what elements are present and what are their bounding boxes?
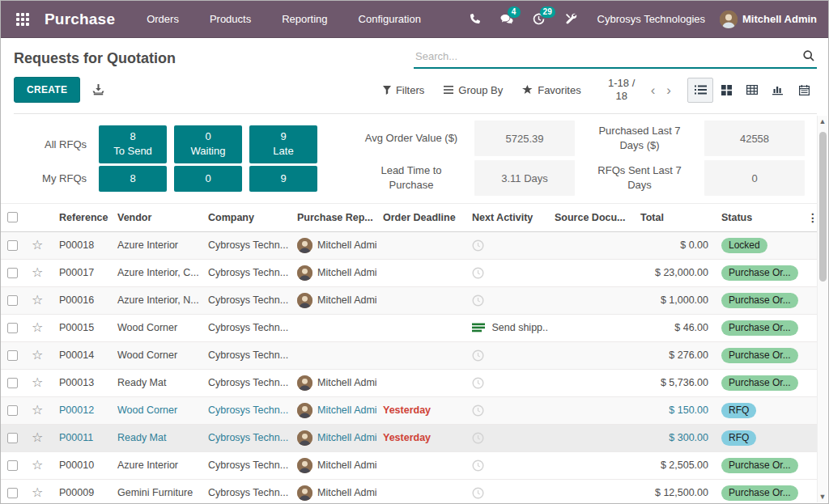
graph-view-button[interactable]	[765, 78, 791, 103]
list-view-button[interactable]	[687, 78, 713, 103]
cell-purchase-rep: Mitchell Admi	[317, 267, 376, 278]
scroll-down-icon[interactable]: ▼	[819, 491, 827, 502]
menu-products[interactable]: Products	[198, 6, 263, 32]
table-row[interactable]: ☆ P00016 Azure Interior, N... Cybrosys T…	[1, 286, 818, 314]
cell-reference[interactable]: P00018	[59, 239, 94, 251]
cell-reference[interactable]: P00014	[59, 349, 94, 361]
kanban-view-button[interactable]	[713, 78, 739, 103]
row-checkbox[interactable]	[7, 240, 18, 251]
activity-clock-icon[interactable]	[472, 487, 484, 499]
calendar-view-button[interactable]	[791, 78, 817, 103]
table-row[interactable]: ☆ P00010 Azure Interior Cybrosys Techn..…	[1, 451, 818, 479]
table-row[interactable]: ☆ P00013 Ready Mat Cybrosys Techn... Mit…	[1, 369, 818, 396]
row-checkbox[interactable]	[7, 378, 18, 388]
my-rfqs-label[interactable]: My RFQs	[30, 166, 91, 192]
cell-reference[interactable]: P00012	[59, 404, 94, 416]
table-row[interactable]: ☆ P00009 Gemini Furniture Cybrosys Techn…	[1, 479, 818, 504]
all-rfqs-label[interactable]: All RFQs	[30, 125, 91, 163]
group-by-button[interactable]: Group By	[436, 79, 511, 101]
table-row[interactable]: ☆ P00015 Wood Corner Cybrosys Techn...	[1, 314, 818, 341]
cell-reference[interactable]: P00016	[59, 294, 94, 306]
filters-button[interactable]: Filters	[375, 79, 432, 101]
col-total[interactable]: Total	[634, 203, 715, 231]
activity-clock-icon[interactable]	[472, 239, 484, 252]
vertical-scrollbar[interactable]: ▲ ▼	[817, 116, 827, 502]
favorite-star-icon[interactable]: ☆	[32, 238, 43, 252]
cell-reference[interactable]: P00015	[59, 322, 94, 333]
cell-reference[interactable]: P00013	[59, 377, 94, 388]
search-icon[interactable]	[802, 49, 815, 62]
all-late-button[interactable]: 9Late	[249, 125, 317, 163]
row-checkbox[interactable]	[7, 323, 18, 333]
voip-phone-button[interactable]	[460, 5, 489, 34]
table-row[interactable]: ☆ P00012 Wood Corner Cybrosys Techn... M…	[1, 396, 818, 424]
messages-button[interactable]: 4	[492, 5, 521, 34]
scrollbar-thumb[interactable]	[819, 132, 827, 282]
cell-reference[interactable]: P00011	[59, 432, 93, 443]
table-row[interactable]: ☆ P00018 Azure Interior Cybrosys Techn..…	[1, 231, 818, 259]
col-purchase-rep[interactable]: Purchase Rep...	[291, 203, 376, 231]
apps-menu-icon[interactable]	[9, 6, 36, 33]
col-source-document[interactable]: Source Docu...	[548, 203, 634, 231]
my-to-send-button[interactable]: 8	[99, 166, 167, 192]
favorite-star-icon[interactable]: ☆	[32, 348, 43, 362]
favorite-star-icon[interactable]: ☆	[32, 375, 43, 389]
favorite-star-icon[interactable]: ☆	[32, 320, 43, 334]
all-to-send-button[interactable]: 8To Send	[99, 125, 167, 163]
row-checkbox[interactable]	[7, 295, 18, 306]
row-checkbox[interactable]	[7, 268, 18, 278]
app-name[interactable]: Purchase	[45, 11, 115, 28]
col-next-activity[interactable]: Next Activity	[466, 203, 548, 231]
favorites-button[interactable]: Favorites	[514, 79, 589, 101]
pager-next-button[interactable]: ›	[666, 83, 671, 97]
menu-configuration[interactable]: Configuration	[346, 6, 433, 32]
col-reference[interactable]: Reference	[53, 203, 111, 231]
table-row[interactable]: ☆ P00014 Wood Corner Cybrosys Techn...	[1, 341, 818, 369]
developer-tools-button[interactable]	[557, 5, 586, 34]
my-waiting-button[interactable]: 0	[174, 166, 242, 192]
activity-clock-icon[interactable]	[472, 377, 484, 389]
scroll-up-icon[interactable]: ▲	[819, 116, 827, 127]
row-checkbox[interactable]	[7, 460, 18, 471]
my-late-button[interactable]: 9	[249, 166, 317, 192]
company-switcher[interactable]: Cybrosys Technologies	[589, 13, 716, 25]
activity-clock-icon[interactable]	[472, 349, 484, 362]
activity-clock-icon[interactable]	[472, 460, 484, 472]
favorite-star-icon[interactable]: ☆	[32, 403, 43, 417]
table-row[interactable]: ☆ P00011 Ready Mat Cybrosys Techn... Mit…	[1, 424, 818, 451]
row-checkbox[interactable]	[7, 433, 18, 443]
col-company[interactable]: Company	[202, 203, 291, 231]
activity-clock-icon[interactable]	[472, 432, 484, 444]
favorite-star-icon[interactable]: ☆	[32, 430, 43, 444]
search-input[interactable]	[415, 50, 802, 62]
favorite-star-icon[interactable]: ☆	[32, 265, 43, 279]
activity-clock-icon[interactable]	[472, 404, 484, 417]
cell-reference[interactable]: P00010	[59, 460, 94, 471]
col-order-deadline[interactable]: Order Deadline	[376, 203, 466, 231]
export-button[interactable]	[91, 83, 105, 96]
all-waiting-button[interactable]: 0Waiting	[174, 125, 242, 163]
activities-button[interactable]: 29	[525, 5, 554, 34]
cell-activity-text[interactable]: Send shipp...	[491, 322, 548, 333]
col-vendor[interactable]: Vendor	[111, 203, 202, 231]
create-button[interactable]: CREATE	[14, 77, 80, 103]
favorite-star-icon[interactable]: ☆	[32, 293, 43, 307]
row-checkbox[interactable]	[7, 405, 18, 416]
pivot-view-button[interactable]	[739, 78, 765, 103]
user-menu[interactable]: Mitchell Admin	[720, 11, 818, 28]
cell-reference[interactable]: P00009	[59, 487, 94, 498]
activity-clock-icon[interactable]	[472, 294, 484, 307]
menu-reporting[interactable]: Reporting	[270, 6, 339, 32]
row-checkbox[interactable]	[7, 488, 18, 498]
pager-previous-button[interactable]: ‹	[651, 83, 656, 97]
col-status[interactable]: Status	[715, 203, 801, 231]
table-row[interactable]: ☆ P00017 Azure Interior, C... Cybrosys T…	[1, 259, 818, 286]
favorite-star-icon[interactable]: ☆	[32, 458, 43, 472]
select-all-checkbox[interactable]	[7, 212, 18, 222]
activity-clock-icon[interactable]	[472, 267, 484, 279]
favorite-star-icon[interactable]: ☆	[32, 485, 43, 499]
cell-reference[interactable]: P00017	[59, 267, 94, 278]
shipping-icon[interactable]	[472, 323, 485, 333]
row-checkbox[interactable]	[7, 350, 18, 361]
menu-orders[interactable]: Orders	[134, 6, 191, 32]
